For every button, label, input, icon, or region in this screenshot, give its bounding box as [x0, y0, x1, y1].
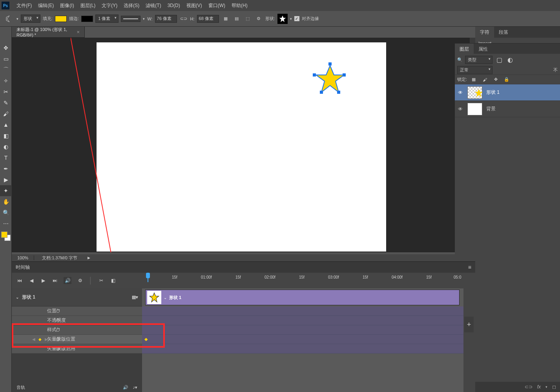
clip-collapse-icon[interactable]: ⌄	[164, 295, 167, 300]
filter-icon[interactable]: 🔍	[457, 57, 463, 62]
filter-pixel-icon[interactable]: ▢	[495, 55, 503, 64]
layer-name[interactable]: 背景	[486, 106, 496, 112]
menu-type[interactable]: 文字(Y)	[99, 0, 120, 11]
stroke-width[interactable]: 1 像素	[95, 15, 119, 23]
track-style[interactable]	[142, 325, 463, 335]
lock-paint-icon[interactable]: 🖌	[480, 75, 489, 84]
menu-3d[interactable]: 3D(D)	[164, 0, 183, 11]
stopwatch-icon[interactable]: ⏱	[56, 327, 60, 333]
stroke-swatch[interactable]	[81, 16, 93, 22]
fx-icon[interactable]: fx	[537, 384, 541, 390]
play-icon[interactable]: ▶	[40, 278, 46, 283]
transform-handle[interactable]	[343, 73, 346, 77]
menu-image[interactable]: 图像(I)	[57, 0, 77, 11]
star-shape[interactable]	[314, 64, 346, 94]
next-frame-icon[interactable]: ⏭	[52, 278, 58, 283]
audio-mute-icon[interactable]: 🔊	[123, 385, 128, 390]
keyframe-nav[interactable]: ◀◆▶	[32, 337, 48, 341]
path-select-tool[interactable]: ▶	[0, 174, 12, 185]
filter-kind[interactable]: 类型	[465, 56, 493, 64]
stopwatch-icon[interactable]: ⏱	[56, 318, 60, 323]
visibility-icon[interactable]: 👁	[457, 106, 463, 112]
stroke-style[interactable]	[121, 16, 140, 22]
track-vector-mask-pos[interactable]: ◆	[142, 335, 463, 344]
playhead[interactable]	[145, 273, 151, 282]
audio-icon[interactable]: 🔊	[64, 277, 71, 284]
prop-vector-mask-pos[interactable]: ◀◆▶ ⏱ 矢量蒙版位置	[12, 335, 142, 344]
height-input[interactable]	[197, 15, 219, 23]
layer-thumb[interactable]	[467, 86, 482, 99]
layer-thumb[interactable]	[467, 103, 482, 115]
doc-info-arrow[interactable]: ▶	[88, 256, 90, 260]
shape-tool-icon[interactable]	[5, 14, 14, 24]
stopwatch-icon[interactable]: ⏱	[56, 308, 60, 314]
prev-frame-icon[interactable]: ◀	[28, 278, 35, 283]
prop-opacity[interactable]: ⏱ 不透明度	[12, 316, 142, 325]
layer-row-shape1[interactable]: 👁 形状 1	[455, 84, 560, 101]
layer-row-background[interactable]: 👁 背景	[455, 101, 560, 117]
type-tool[interactable]: T	[0, 152, 12, 163]
fill-swatch[interactable]	[55, 16, 67, 22]
gradient-tool[interactable]: ◐	[0, 141, 12, 152]
menu-filter[interactable]: 滤镜(T)	[142, 0, 164, 11]
prop-position[interactable]: ⏱ 位置	[12, 306, 142, 316]
more-tools[interactable]: ⋯	[0, 218, 12, 229]
panel-menu-icon[interactable]: ≡	[468, 264, 471, 270]
settings-icon[interactable]: ⚙	[77, 278, 83, 283]
path-arrange-icon[interactable]: ▤	[232, 15, 241, 23]
lock-pos-icon[interactable]: ✥	[491, 75, 500, 84]
align-edges-checkbox[interactable]: ✓	[294, 16, 299, 21]
transition-icon[interactable]: ◧	[110, 278, 116, 283]
stamp-tool[interactable]: ▲	[0, 119, 12, 130]
first-frame-icon[interactable]: ⏮	[16, 278, 23, 283]
shape-preset-star[interactable]	[277, 14, 288, 24]
shape-mode-select[interactable]: 形状	[21, 15, 40, 23]
path-align-icon[interactable]: ▦	[221, 15, 230, 23]
pen-tool[interactable]: ✒	[0, 163, 12, 174]
gear-icon[interactable]: ⚙	[254, 15, 263, 23]
split-icon[interactable]: ✂	[98, 278, 104, 283]
layer-options-icon[interactable]: ▤▾	[132, 295, 138, 300]
marquee-tool[interactable]: ▭	[0, 53, 12, 64]
track-position[interactable]	[142, 306, 463, 316]
link-layers-icon[interactable]: ⊂⊃	[525, 384, 533, 390]
transform-handle[interactable]	[337, 91, 340, 94]
timeline-layer-row[interactable]: ⌄ 形状 1 ▤▾	[12, 288, 142, 306]
brush-tool[interactable]: 🖌	[0, 108, 12, 119]
collapse-icon[interactable]: ⌄	[16, 295, 19, 299]
lasso-tool[interactable]: ⌒	[0, 64, 12, 75]
tab-properties[interactable]: 属性	[474, 44, 493, 54]
layer-name[interactable]: 形状 1	[486, 89, 500, 96]
audio-options-icon[interactable]: ♪▾	[133, 385, 138, 390]
timeline-ruler[interactable]: 15f 01:00f 15f 02:00f 15f 03:00f 15f 04:…	[142, 273, 463, 288]
tab-layers[interactable]: 图层	[455, 44, 474, 54]
track-opacity[interactable]	[142, 316, 463, 325]
transform-handle[interactable]	[328, 62, 332, 66]
hand-tool[interactable]: ✋	[0, 196, 12, 207]
zoom-level[interactable]: 100%	[12, 255, 34, 260]
transform-handle[interactable]	[313, 73, 316, 77]
filter-adjust-icon[interactable]: ◐	[506, 55, 514, 64]
path-opts-icon[interactable]: ⬚	[243, 15, 252, 23]
link-wh-icon[interactable]: ⊂⊃	[179, 15, 188, 23]
canvas[interactable]	[97, 42, 386, 252]
blend-mode[interactable]: 正常	[457, 66, 493, 74]
timeline-tracks[interactable]: ⌄ 形状 1 ◆	[142, 288, 463, 392]
menu-view[interactable]: 视图(V)	[183, 0, 205, 11]
lock-trans-icon[interactable]: ▦	[469, 75, 478, 84]
timeline-clip[interactable]: ⌄ 形状 1	[145, 290, 460, 305]
add-track-button[interactable]: +	[464, 317, 474, 332]
crop-tool[interactable]: ✂	[0, 86, 12, 97]
menu-window[interactable]: 窗口(W)	[205, 0, 228, 11]
document-tab[interactable]: 未标题-1 @ 100% (形状 1, RGB/8#) * ×	[12, 27, 85, 37]
mask-icon[interactable]: ◻	[552, 384, 556, 390]
close-tab-icon[interactable]: ×	[77, 29, 80, 35]
stopwatch-icon[interactable]: ⏱	[56, 337, 60, 342]
visibility-icon[interactable]: 👁	[457, 90, 463, 95]
move-tool[interactable]: ✥	[0, 42, 12, 53]
eyedropper-tool[interactable]: ✎	[0, 97, 12, 108]
menu-edit[interactable]: 编辑(E)	[35, 0, 57, 11]
transform-handle[interactable]	[320, 91, 323, 94]
prop-vector-mask-enable[interactable]: ⏱ 矢量蒙版启用	[12, 344, 142, 354]
lock-all-icon[interactable]: 🔒	[502, 75, 511, 84]
